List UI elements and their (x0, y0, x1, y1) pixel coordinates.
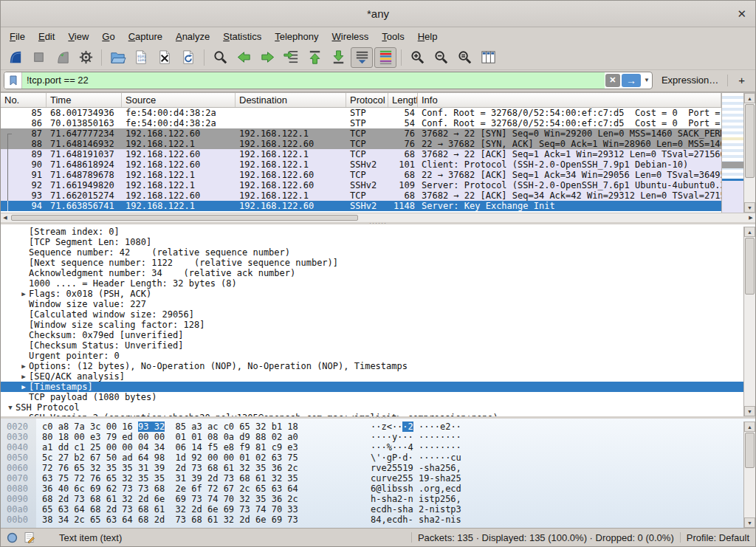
detail-line[interactable]: [TCP Segment Len: 1080] (1, 237, 743, 247)
filter-apply-icon[interactable]: → (622, 74, 641, 87)
hex-ascii[interactable]: curve255 19-sha25 (371, 473, 461, 484)
hex-ascii[interactable]: ecdh-sha 2-nistp3 (371, 504, 461, 515)
save-file-icon[interactable]: 01011101 (130, 47, 152, 68)
packet-list-vscrollbar[interactable]: ▲ ▼ (743, 93, 755, 213)
stop-capture-icon[interactable] (27, 47, 49, 68)
detail-line[interactable]: ▶Options: (12 bytes), No-Operation (NOP)… (1, 361, 743, 371)
hex-row[interactable]: 007063 75 72 76 65 32 35 35 31 39 2d 73 … (1, 473, 743, 484)
pane-splitter[interactable]: ······ (1, 222, 755, 224)
details-vscrollbar[interactable]: ▲ ▼ (743, 227, 755, 416)
hex-ascii[interactable]: 6@libssh .org,ecd (371, 484, 461, 494)
start-capture-icon[interactable] (4, 47, 26, 68)
reload-file-icon[interactable] (177, 47, 199, 68)
packet-minimap[interactable] (721, 93, 743, 213)
detail-line[interactable]: Checksum: 0x79ed [unverified] (1, 330, 743, 340)
menu-file[interactable]: File (4, 29, 31, 44)
scroll-up-icon[interactable]: ▲ (744, 93, 755, 103)
scroll-right-icon[interactable]: ▶ (746, 215, 755, 221)
menu-help[interactable]: Help (412, 29, 444, 44)
column-header-time[interactable]: Time (47, 93, 122, 107)
hex-row[interactable]: 0040a1 dd c1 25 00 00 04 34 06 14 f5 e8 … (1, 442, 743, 453)
go-back-icon[interactable] (233, 47, 255, 68)
detail-line[interactable]: [Calculated window size: 29056] (1, 309, 743, 320)
scroll-down-icon[interactable]: ▼ (744, 406, 755, 416)
detail-line[interactable]: Urgent pointer: 0 (1, 351, 743, 361)
filter-box[interactable]: ✕ → ▼ (4, 72, 653, 89)
scroll-left-icon[interactable]: ◀ (1, 215, 10, 221)
detail-line[interactable]: [Next sequence number: 1122 (relative se… (1, 258, 743, 268)
packet-row[interactable]: 8670.013850163fe:54:00:d4:38:2aSTP54Conf… (1, 118, 721, 128)
hex-bytes[interactable]: 38 34 2c 65 63 64 68 2d 73 68 61 32 2d 6… (36, 515, 371, 525)
hex-ascii[interactable]: ···%···4 ········ (371, 442, 461, 453)
menu-statistics[interactable]: Statistics (217, 29, 267, 44)
column-header-source[interactable]: Source (122, 93, 236, 107)
hex-row[interactable]: 00505c 27 b2 67 50 ad 64 98 1d 92 00 00 … (1, 453, 743, 463)
detail-line[interactable]: Sequence number: 42 (relative sequence n… (1, 247, 743, 258)
hex-ascii[interactable]: rve25519 -sha256, (371, 463, 461, 473)
auto-scroll-icon[interactable] (351, 47, 373, 68)
hscrollbar-thumb[interactable] (11, 215, 358, 221)
detail-line[interactable]: Acknowledgment number: 34 (relative ack … (1, 268, 743, 278)
column-header-info[interactable]: Info (418, 93, 721, 107)
restart-capture-icon[interactable] (51, 47, 73, 68)
menu-wireless[interactable]: Wireless (326, 29, 375, 44)
menu-capture[interactable]: Capture (123, 29, 168, 44)
filter-bookmark-icon[interactable] (4, 72, 22, 89)
hex-bytes[interactable]: a1 dd c1 25 00 00 04 34 06 14 f5 e8 f9 8… (36, 442, 371, 453)
find-packet-icon[interactable] (209, 47, 231, 68)
expanded-arrow-icon[interactable]: ▼ (5, 402, 16, 413)
detail-line[interactable]: [Stream index: 0] (1, 227, 743, 237)
menu-edit[interactable]: Edit (32, 29, 61, 44)
zoom-original-icon[interactable] (453, 47, 475, 68)
bytes-vscrollbar[interactable]: ▲ ▼ (743, 422, 755, 528)
close-icon[interactable]: ✕ (737, 7, 746, 21)
packet-row[interactable]: 8771.647777234192.168.122.60192.168.122.… (1, 128, 721, 139)
collapsed-arrow-icon[interactable]: ▶ (18, 289, 29, 299)
packet-row[interactable]: 9171.648789678192.168.122.1192.168.122.6… (1, 170, 721, 180)
capture-comment-icon[interactable] (24, 531, 35, 543)
open-file-icon[interactable] (106, 47, 128, 68)
packet-row[interactable]: 9471.663856741192.168.122.1192.168.122.6… (1, 201, 721, 211)
hex-bytes[interactable]: 63 75 72 76 65 32 35 35 31 39 2d 73 68 6… (36, 473, 371, 484)
detail-line[interactable]: [Checksum Status: Unverified] (1, 340, 743, 351)
packet-row[interactable]: 9271.661949820192.168.122.1192.168.122.6… (1, 180, 721, 190)
hex-row[interactable]: 009068 2d 73 68 61 32 2d 6e 69 73 74 70 … (1, 494, 743, 504)
hex-ascii[interactable]: h-sha2-n istp256, (371, 494, 461, 504)
menu-view[interactable]: View (62, 29, 94, 44)
menu-telephony[interactable]: Telephony (269, 29, 324, 44)
packet-row[interactable]: 8568.001734936fe:54:00:d4:38:2aSTP54Conf… (1, 108, 721, 118)
packet-row[interactable]: 8871.648146932192.168.122.1192.168.122.6… (1, 139, 721, 149)
hex-row[interactable]: 008036 40 6c 69 62 73 73 68 2e 6f 72 67 … (1, 484, 743, 494)
resize-columns-icon[interactable] (477, 47, 499, 68)
hex-bytes[interactable]: 36 40 6c 69 62 73 73 68 2e 6f 72 67 2c 6… (36, 484, 371, 494)
hex-bytes[interactable]: c0 a8 7a 3c 00 16 93 32 85 a3 ac c0 65 3… (36, 422, 371, 432)
go-last-icon[interactable] (327, 47, 349, 68)
collapsed-arrow-icon[interactable]: ▶ (18, 382, 29, 392)
add-filter-button[interactable]: + (732, 74, 751, 86)
expression-button[interactable]: Expression… (657, 75, 723, 86)
hex-ascii[interactable]: ····y··· ········ (371, 432, 461, 442)
detail-line[interactable]: TCP payload (1080 bytes) (1, 392, 743, 402)
hex-bytes[interactable]: 68 2d 73 68 61 32 2d 6e 69 73 74 70 32 3… (36, 494, 371, 504)
title-bar[interactable]: *any ✕ (1, 1, 755, 27)
hex-row[interactable]: 006072 76 65 32 35 35 31 39 2d 73 68 61 … (1, 463, 743, 473)
hex-row[interactable]: 00a065 63 64 68 2d 73 68 61 32 2d 6e 69 … (1, 504, 743, 515)
go-to-packet-icon[interactable] (280, 47, 302, 68)
filter-dropdown-icon[interactable]: ▼ (642, 72, 652, 89)
filter-input[interactable] (22, 72, 605, 89)
hex-ascii[interactable]: \'·gP·d· ······cu (371, 453, 461, 463)
profile-label[interactable]: Profile: Default (687, 532, 749, 543)
detail-line[interactable]: ▼SSH Protocol (1, 402, 743, 413)
scrollbar-thumb[interactable] (745, 104, 755, 178)
column-header-length[interactable]: Length (388, 93, 418, 107)
packet-row[interactable]: 9371.662015274192.168.122.60192.168.122.… (1, 190, 721, 201)
hex-row[interactable]: 00b038 34 2c 65 63 64 68 2d 73 68 61 32 … (1, 515, 743, 525)
menu-analyze[interactable]: Analyze (170, 29, 216, 44)
detail-line[interactable]: ▶Flags: 0x018 (PSH, ACK) (1, 289, 743, 299)
zoom-in-icon[interactable] (406, 47, 428, 68)
zoom-out-icon[interactable] (430, 47, 452, 68)
menu-go[interactable]: Go (96, 29, 120, 44)
scroll-down-icon[interactable]: ▼ (744, 517, 755, 528)
expert-info-icon[interactable] (7, 532, 18, 543)
hex-row[interactable]: 003080 18 00 e3 79 ed 00 00 01 01 08 0a … (1, 432, 743, 442)
